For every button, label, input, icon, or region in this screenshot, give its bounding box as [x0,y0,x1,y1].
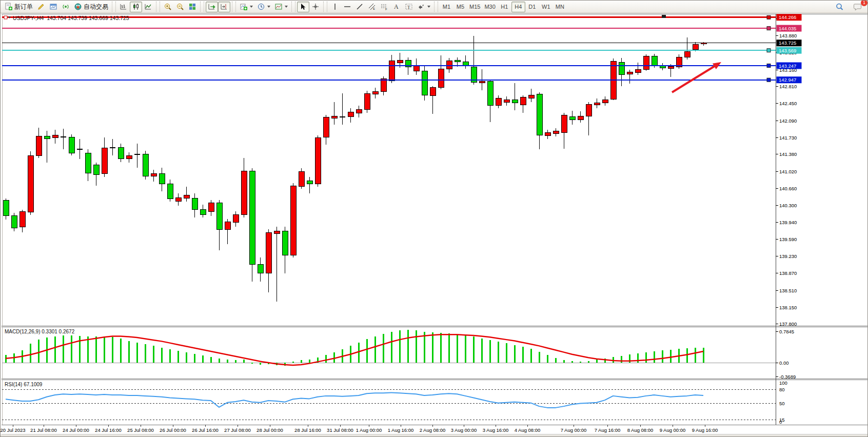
svg-text:138.870: 138.870 [779,270,797,276]
periods-button[interactable] [255,2,272,12]
text-label-icon: T [405,3,413,11]
search-icon [835,3,844,11]
timeframe-w1-button[interactable]: W1 [539,2,553,12]
cursor-button[interactable] [297,2,309,12]
svg-text:141.380: 141.380 [779,151,797,157]
svg-text:7 Aug 16:00: 7 Aug 16:00 [595,427,621,433]
chart-canvas[interactable]: 144.240143.880143.520143.160142.810142.4… [1,1,868,437]
text-button[interactable]: A [390,2,403,12]
line-chart-icon [144,3,152,11]
equidistant-channel-button[interactable]: E [366,2,378,12]
svg-text:28 Jul 00:00: 28 Jul 00:00 [257,427,283,433]
svg-text:-0.3689: -0.3689 [779,374,796,380]
autotrading-button[interactable]: 自动交易 [72,2,110,12]
svg-text:80: 80 [779,387,785,392]
auto-scroll-icon [208,3,216,11]
svg-text:50: 50 [779,401,785,406]
svg-text:24 Jul 00:00: 24 Jul 00:00 [63,427,89,433]
svg-text:142.450: 142.450 [779,101,797,106]
symbol-marker [4,16,11,19]
new-order-button[interactable]: 新订单 [3,2,35,12]
svg-text:141.020: 141.020 [779,169,797,174]
chart-shift-button[interactable] [218,2,230,12]
arrows-button[interactable] [415,2,432,12]
zoom-out-icon [176,3,184,11]
cursor-icon [299,3,307,11]
svg-text:7 Aug 00:00: 7 Aug 00:00 [561,427,587,433]
zoom-in-button[interactable] [162,2,174,12]
svg-text:139.940: 139.940 [779,220,797,225]
svg-text:25 Jul 08:00: 25 Jul 08:00 [127,427,154,433]
macd-panel: 0.78450.00-0.3689 [2,329,796,380]
timeframe-m1-button[interactable]: M1 [440,2,453,12]
svg-text:27 Jul 08:00: 27 Jul 08:00 [224,427,251,433]
vertical-line-icon [331,3,339,11]
indicators-button[interactable] [238,2,255,12]
indicators-icon [240,3,248,11]
svg-text:28 Jul 16:00: 28 Jul 16:00 [294,427,321,433]
zoom-out-button[interactable] [174,2,186,12]
crosshair-button[interactable] [309,2,322,12]
timeframe-m30-button[interactable]: M30 [482,2,497,12]
bar-chart-icon [120,3,128,11]
signal-button[interactable] [60,2,72,12]
timeframe-m5-button[interactable]: M5 [453,2,467,12]
notifications-button[interactable]: 1 [851,2,864,12]
zoom-in-icon [164,3,172,11]
chevron-down-icon [267,6,270,8]
arrows-icon [417,3,425,11]
search-button[interactable] [833,2,846,12]
clock-icon [257,3,265,11]
svg-text:26 Jul 00:00: 26 Jul 00:00 [160,427,186,433]
timeframe-mn-button[interactable]: MN [553,2,567,12]
svg-text:T: T [407,5,410,10]
fibonacci-icon: F [380,3,388,11]
rsi-panel: 1008050150 [2,380,787,425]
autotrading-label: 自动交易 [84,3,108,11]
svg-text:143.247: 143.247 [779,63,796,69]
vertical-line-button[interactable] [329,2,341,12]
svg-text:142.947: 142.947 [779,77,796,83]
bar-chart-button[interactable] [117,2,130,12]
panel-frame [1,14,868,437]
crosshair-icon [311,3,320,11]
toolbar: 新订单 自动交易 [1,1,868,13]
tile-windows-button[interactable] [186,2,199,12]
timeframe-h1-button[interactable]: H1 [498,2,511,12]
chart-wizard-icon [37,3,45,11]
svg-text:143.725: 143.725 [779,40,796,46]
macd-label: MACD(12,26,9) 0.3301 0.2672 [5,329,74,334]
trendline-icon [356,3,364,11]
svg-text:137.800: 137.800 [779,321,797,327]
toolbar-separator [323,2,327,12]
svg-text:142.810: 142.810 [779,84,797,89]
tile-windows-icon [188,3,196,11]
chevron-down-icon [250,6,253,8]
svg-text:143.880: 143.880 [779,33,797,38]
chart-title: USDJPY-,H4 143.704 143.739 143.669 143.7… [13,15,129,21]
candlestick-chart-button[interactable] [130,2,142,12]
text-label-button[interactable]: T [403,2,415,12]
trendline-button[interactable] [353,2,366,12]
svg-text:4 Aug 08:00: 4 Aug 08:00 [515,427,541,433]
timeframe-m15-button[interactable]: M15 [467,2,482,12]
line-chart-button[interactable] [142,2,154,12]
toolbar-separator [291,2,295,12]
svg-text:1 Aug 16:00: 1 Aug 16:00 [388,427,414,433]
timeframe-h4-button[interactable]: H4 [511,2,525,12]
rsi-label: RSI(14) 67.1009 [5,382,42,387]
timeframe-d1-button[interactable]: D1 [525,2,539,12]
svg-text:140.660: 140.660 [779,186,797,191]
svg-text:31 Jul 08:00: 31 Jul 08:00 [327,427,353,433]
chart-wizard-button[interactable] [35,2,47,12]
horizontal-line-button[interactable] [341,2,353,12]
templates-button[interactable] [272,2,290,12]
profiles-button[interactable] [47,2,60,12]
svg-text:142.090: 142.090 [779,118,797,124]
new-order-label: 新订单 [14,3,33,11]
fibonacci-button[interactable]: F [378,2,390,12]
svg-text:140.300: 140.300 [779,203,797,208]
svg-text:26 Jul 16:00: 26 Jul 16:00 [192,427,219,433]
svg-text:21 Jul 08:00: 21 Jul 08:00 [30,427,57,433]
auto-scroll-button[interactable] [206,2,218,12]
